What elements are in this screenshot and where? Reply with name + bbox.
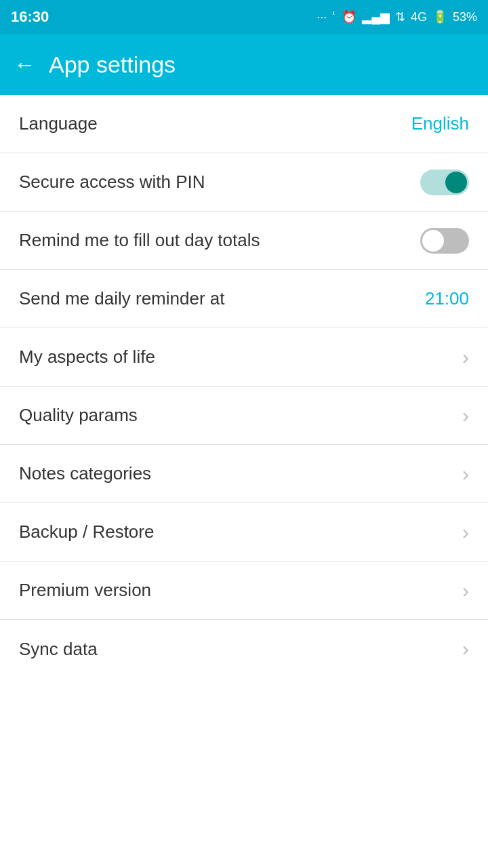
signal-icon: ▂▄▆ <box>362 9 390 24</box>
remind-fill-toggle[interactable] <box>420 228 469 254</box>
battery-icon: 🔋 <box>432 9 447 24</box>
backup-restore-label: Backup / Restore <box>19 521 154 542</box>
language-label: Language <box>19 113 98 134</box>
4g-icon: 4G <box>411 10 427 24</box>
premium-version-arrow-icon: › <box>462 579 469 602</box>
app-bar: ← App settings <box>0 34 488 95</box>
bluetooth-icon: ʿ︎ <box>332 9 336 24</box>
aspects-of-life-label: My aspects of life <box>19 347 155 368</box>
sync-data-label: Sync data <box>19 639 98 660</box>
settings-item-backup-restore[interactable]: Backup / Restore › <box>0 503 488 561</box>
premium-version-label: Premium version <box>19 580 151 601</box>
data-transfer-icon: ⇅ <box>395 9 405 24</box>
app-bar-title: App settings <box>49 52 176 78</box>
settings-item-aspects-of-life[interactable]: My aspects of life › <box>0 328 488 387</box>
sync-data-arrow-icon: › <box>462 637 469 660</box>
quality-params-arrow-icon: › <box>462 404 469 427</box>
secure-access-toggle[interactable] <box>420 170 469 195</box>
settings-item-daily-reminder[interactable]: Send me daily reminder at 21:00 <box>0 270 488 328</box>
language-value: English <box>411 113 469 134</box>
daily-reminder-value: 21:00 <box>425 288 469 309</box>
settings-item-language[interactable]: Language English <box>0 95 488 153</box>
status-bar: 16:30 ··· ʿ︎ ⏰ ▂▄▆ ⇅ 4G 🔋 53% <box>0 0 488 34</box>
aspects-of-life-arrow-icon: › <box>462 346 469 369</box>
settings-item-notes-categories[interactable]: Notes categories › <box>0 445 488 503</box>
status-time: 16:30 <box>11 8 49 26</box>
secure-access-label: Secure access with PIN <box>19 172 205 193</box>
settings-item-remind-fill[interactable]: Remind me to fill out day totals <box>0 212 488 270</box>
quality-params-label: Quality params <box>19 405 138 426</box>
status-icons: ··· ʿ︎ ⏰ ▂▄▆ ⇅ 4G 🔋 53% <box>317 9 477 24</box>
alarm-icon: ⏰ <box>342 9 357 24</box>
settings-list: Language English Secure access with PIN … <box>0 95 488 678</box>
backup-restore-arrow-icon: › <box>462 521 469 544</box>
notes-categories-arrow-icon: › <box>462 462 469 486</box>
settings-item-premium-version[interactable]: Premium version › <box>0 561 488 620</box>
secure-access-toggle-thumb <box>445 172 467 193</box>
battery-percent: 53% <box>453 10 477 24</box>
daily-reminder-label: Send me daily reminder at <box>19 288 224 309</box>
settings-item-sync-data[interactable]: Sync data › <box>0 620 488 678</box>
notes-categories-label: Notes categories <box>19 463 151 484</box>
dots-icon: ··· <box>317 10 327 24</box>
remind-fill-label: Remind me to fill out day totals <box>19 230 260 251</box>
settings-item-quality-params[interactable]: Quality params › <box>0 387 488 445</box>
settings-item-secure-access[interactable]: Secure access with PIN <box>0 153 488 212</box>
remind-fill-toggle-thumb <box>422 230 444 252</box>
back-button[interactable]: ← <box>14 52 35 77</box>
